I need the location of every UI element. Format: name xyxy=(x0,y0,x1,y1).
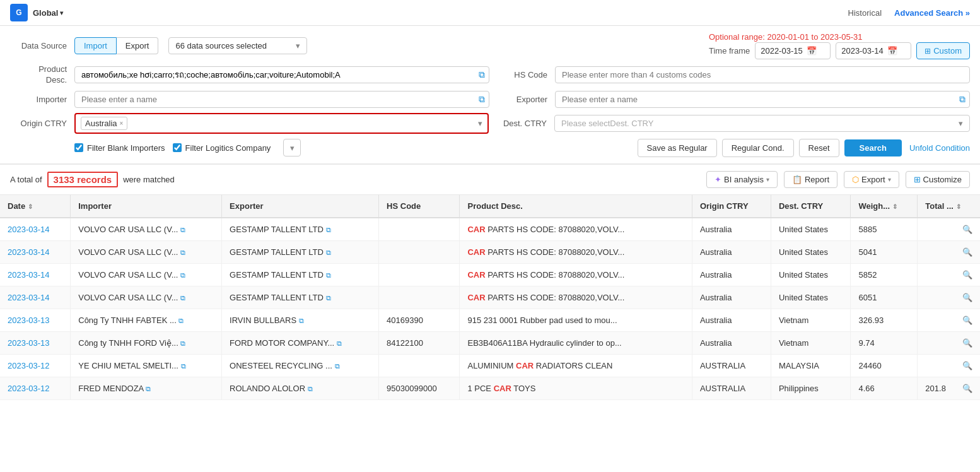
cell-product-desc: EB3B406A11BA Hydraulic cylinder to op... xyxy=(460,331,692,354)
copy-exporter-cell-icon[interactable]: ⧉ xyxy=(335,362,340,370)
copy-exporter-cell-icon[interactable]: ⧉ xyxy=(299,317,304,324)
copy-importer-cell-icon[interactable]: ⧉ xyxy=(180,339,185,347)
search-row-icon[interactable]: 🔍 xyxy=(962,316,972,325)
copy-exporter-cell-icon[interactable]: ⧉ xyxy=(308,385,313,392)
export-dropdown-arrow-icon: ▾ xyxy=(888,176,891,183)
search-row-icon[interactable]: 🔍 xyxy=(962,338,972,348)
search-row-icon[interactable]: 🔍 xyxy=(962,384,972,393)
copy-exporter-cell-icon[interactable]: ⧉ xyxy=(326,271,331,279)
cell-hs-code xyxy=(379,240,460,263)
cell-total: 🔍 xyxy=(918,331,980,354)
origin-ctry-field[interactable]: Australia × ▾ xyxy=(74,113,489,134)
table-header-row: Date ⇕ Importer Exporter HS Code Product… xyxy=(0,195,980,218)
col-dest-ctry: Dest. CTRY xyxy=(771,195,851,218)
datasource-dropdown[interactable]: 66 data sources selected ▾ xyxy=(168,37,307,54)
report-button[interactable]: 📋 Report xyxy=(784,171,837,188)
collapse-button[interactable]: ▾ xyxy=(283,139,301,156)
col-hs-code: HS Code xyxy=(379,195,460,218)
customize-button[interactable]: ⊞ Customize xyxy=(906,171,970,188)
global-logo: G xyxy=(10,4,28,21)
cell-importer: Công ty TNHH FORD Việ... ⧉ xyxy=(71,331,222,354)
australia-tag: Australia × xyxy=(81,117,127,130)
filter-logistics-checkbox[interactable]: Filter Logitics Company xyxy=(173,143,271,153)
export-button[interactable]: ⬡ Export ▾ xyxy=(844,171,899,188)
cell-weight: 9.74 xyxy=(851,331,918,354)
copy-exporter-cell-icon[interactable]: ⧉ xyxy=(326,294,331,302)
exporter-input[interactable] xyxy=(556,91,969,107)
cell-exporter: IRVIN BULLBARS ⧉ xyxy=(222,309,379,331)
import-tab[interactable]: Import xyxy=(74,37,117,54)
search-row-icon[interactable]: 🔍 xyxy=(962,270,972,280)
col-product-desc: Product Desc. xyxy=(460,195,692,218)
table-row: 2023-03-14 VOLVO CAR USA LLC (V... ⧉ GES… xyxy=(0,240,980,263)
row-datasource: Data Source Import Export 66 data source… xyxy=(10,32,970,59)
cell-product-desc: CAR PARTS HS CODE: 87088020,VOLV... xyxy=(460,263,692,286)
end-date-input[interactable]: 2023-03-14 📅 xyxy=(836,42,911,59)
filter-blank-importers-checkbox[interactable]: Filter Blank Importers xyxy=(74,143,165,153)
copy-exporter-icon[interactable]: ⧉ xyxy=(959,94,965,105)
hs-code-input[interactable] xyxy=(556,67,969,83)
copy-product-icon[interactable]: ⧉ xyxy=(479,69,485,80)
copy-exporter-cell-icon[interactable]: ⧉ xyxy=(326,249,331,256)
cell-origin-ctry: Australia xyxy=(692,218,771,241)
reset-button[interactable]: Reset xyxy=(799,139,839,157)
cell-dest-ctry: United States xyxy=(771,240,851,263)
search-row-icon[interactable]: 🔍 xyxy=(962,361,972,370)
results-count-box: 3133 records xyxy=(47,172,119,187)
global-button[interactable]: Global ▾ xyxy=(33,8,63,18)
cell-product-desc: ALUMINIUM CAR RADIATORS CLEAN xyxy=(460,354,692,377)
dest-ctry-placeholder: Please selectDest. CTRY xyxy=(561,119,955,128)
copy-importer-cell-icon[interactable]: ⧉ xyxy=(178,317,184,324)
dest-ctry-label: Dest. CTRY xyxy=(496,119,547,128)
copy-exporter-cell-icon[interactable]: ⧉ xyxy=(337,339,342,347)
copy-importer-cell-icon[interactable]: ⧉ xyxy=(181,362,186,370)
search-row-icon[interactable]: 🔍 xyxy=(962,247,972,257)
save-regular-button[interactable]: Save as Regular xyxy=(638,139,717,157)
cell-dest-ctry: United States xyxy=(771,218,851,241)
calendar2-icon: 📅 xyxy=(887,46,897,56)
regular-cond-button[interactable]: Regular Cond. xyxy=(722,139,794,157)
cell-dest-ctry: Vietnam xyxy=(771,309,851,331)
cell-origin-ctry: Australia xyxy=(692,286,771,309)
cell-total: 🔍 xyxy=(918,218,980,241)
copy-importer-cell-icon[interactable]: ⧉ xyxy=(180,226,185,233)
dest-ctry-field[interactable]: Please selectDest. CTRY ▾ xyxy=(554,115,970,132)
importer-input[interactable] xyxy=(75,91,489,107)
cell-hs-code: 95030099000 xyxy=(379,377,460,399)
advanced-search-link[interactable]: Advanced Search » xyxy=(894,8,970,18)
product-desc-input[interactable] xyxy=(75,67,489,83)
australia-tag-close-icon[interactable]: × xyxy=(120,120,124,127)
search-form: Data Source Import Export 66 data source… xyxy=(0,26,980,165)
origin-ctry-dropdown-arrow-icon: ▾ xyxy=(478,119,482,128)
search-row-icon[interactable]: 🔍 xyxy=(962,225,972,234)
cell-date: 2023-03-12 xyxy=(0,377,71,399)
top-bar: G Global ▾ Historical Advanced Search » xyxy=(0,0,980,26)
copy-importer-cell-icon[interactable]: ⧉ xyxy=(180,271,185,279)
cell-importer: VOLVO CAR USA LLC (V... ⧉ xyxy=(71,240,222,263)
row-product-hscode: ProductDesc. ⧉ HS Code xyxy=(10,64,970,86)
cell-dest-ctry: Philippines xyxy=(771,377,851,399)
global-chevron-icon: ▾ xyxy=(60,9,63,16)
search-button[interactable]: Search xyxy=(844,139,902,156)
copy-exporter-cell-icon[interactable]: ⧉ xyxy=(326,226,331,233)
copy-importer-cell-icon[interactable]: ⧉ xyxy=(146,385,151,392)
bi-analysis-button[interactable]: ✦ BI analysis ▾ xyxy=(706,171,778,188)
custom-button[interactable]: ⊞ Custom xyxy=(916,42,970,59)
report-icon: 📋 xyxy=(792,175,802,184)
historical-link[interactable]: Historical xyxy=(848,8,882,18)
col-origin-ctry: Origin CTRY xyxy=(692,195,771,218)
filter-logistics-label: Filter Logitics Company xyxy=(185,143,271,153)
table-row: 2023-03-13 Công Ty TNHH FABTEK ... ⧉ IRV… xyxy=(0,309,980,331)
unfold-condition-link[interactable]: Unfold Condition xyxy=(909,143,970,153)
search-row-icon[interactable]: 🔍 xyxy=(962,293,972,302)
copy-importer-cell-icon[interactable]: ⧉ xyxy=(180,249,185,256)
export-tab[interactable]: Export xyxy=(117,37,159,54)
copy-importer-icon[interactable]: ⧉ xyxy=(479,94,485,105)
cell-origin-ctry: AUSTRALIA xyxy=(692,377,771,399)
action-buttons: Save as Regular Regular Cond. Reset Sear… xyxy=(638,139,970,157)
start-date-input[interactable]: 2022-03-15 📅 xyxy=(755,42,831,59)
cell-weight: 6051 xyxy=(851,286,918,309)
datasource-label: Data Source xyxy=(10,41,67,50)
copy-importer-cell-icon[interactable]: ⧉ xyxy=(180,294,185,302)
cell-date: 2023-03-13 xyxy=(0,309,71,331)
